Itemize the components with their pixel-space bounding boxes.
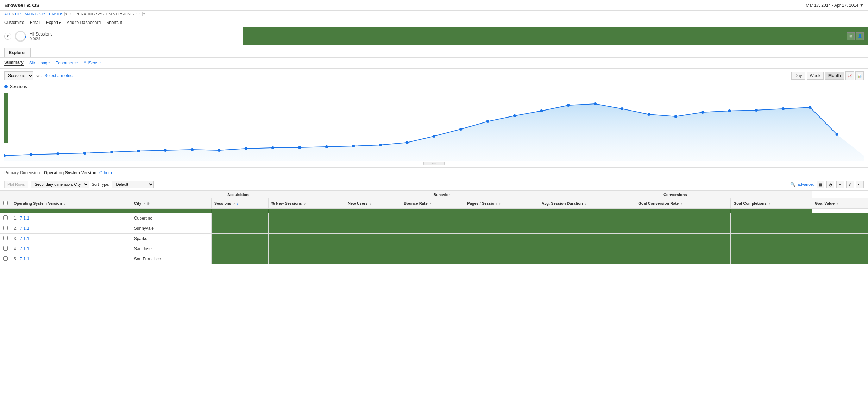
page-title: Browser & OS (4, 2, 40, 8)
row-checkbox-cell[interactable] (0, 234, 11, 244)
breadcrumb-sep2: » (69, 12, 71, 16)
row-checkbox[interactable] (3, 236, 8, 240)
row-checkbox-cell[interactable] (0, 244, 11, 254)
metric-dropdown[interactable]: Sessions (4, 71, 33, 80)
new-users-col-header[interactable]: New Users ? (345, 198, 401, 209)
svg-point-33 (836, 133, 838, 136)
tab-summary[interactable]: Summary (4, 60, 24, 66)
breadcrumb-os[interactable]: OPERATING SYSTEM: IOS (15, 12, 63, 16)
select-all-checkbox[interactable] (3, 201, 8, 205)
customize-button[interactable]: Customize (4, 20, 24, 25)
row-checkbox-cell[interactable] (0, 223, 11, 234)
segment-pct: 0.00% (30, 37, 52, 41)
segment-label: All Sessions (30, 32, 52, 37)
shortcut-button[interactable]: Shortcut (106, 20, 122, 25)
email-button[interactable]: Email (30, 20, 40, 25)
version-link[interactable]: 7.1.1 (20, 236, 29, 241)
svg-point-25 (621, 107, 623, 110)
person-icon[interactable]: 👤 (856, 32, 864, 40)
table-row: 1. 7.1.1 Cupertino (0, 213, 868, 223)
svg-point-28 (701, 111, 704, 114)
week-button[interactable]: Week (807, 72, 824, 80)
svg-point-6 (110, 151, 113, 153)
month-button[interactable]: Month (825, 72, 844, 80)
sessions-chart: Mar 22 Mar 29 Apr 5 Apr 12 (4, 90, 864, 161)
city-cell: Cupertino (131, 213, 211, 223)
line-chart-button[interactable]: 📈 (845, 71, 854, 80)
select-metric-link[interactable]: Select a metric (44, 73, 72, 78)
version-link[interactable]: 7.1.1 (20, 257, 29, 261)
bar-chart-button[interactable]: 📊 (855, 71, 864, 80)
pages-session-col-header[interactable]: Pages / Session ? (464, 198, 539, 209)
goal-completions-col-header[interactable]: Goal Completions ? (730, 198, 812, 209)
svg-point-30 (755, 109, 758, 112)
grid-view-icon[interactable]: ⊞ (847, 32, 855, 40)
breadcrumb-version: OPERATING SYSTEM VERSION: 7.1.1 (73, 12, 141, 16)
os-version-cell: 2. 7.1.1 (11, 223, 131, 234)
pct-new-sessions-cell (268, 244, 345, 254)
os-version-col-header[interactable]: Operating System Version ? (11, 198, 131, 209)
secondary-dimension-dropdown[interactable]: Secondary dimension: City Browser Countr… (31, 181, 89, 188)
tab-ecommerce[interactable]: Ecommerce (55, 61, 78, 65)
row-checkbox[interactable] (3, 226, 8, 230)
breadcrumb-all[interactable]: ALL (4, 12, 11, 16)
sessions-cell (211, 223, 268, 234)
row-checkbox[interactable] (3, 215, 8, 220)
row-checkbox-cell[interactable] (0, 213, 11, 223)
avg-session-cell (539, 244, 635, 254)
row-checkbox[interactable] (3, 256, 8, 261)
breadcrumb-version-edit[interactable]: ▾ (142, 12, 146, 16)
avg-session-col-header[interactable]: Avg. Session Duration ? (539, 198, 635, 209)
version-link[interactable]: 7.1.1 (20, 246, 29, 251)
legend-dot (4, 85, 8, 88)
day-button[interactable]: Day (791, 72, 805, 80)
row-checkbox-cell[interactable] (0, 254, 11, 264)
version-link[interactable]: 7.1.1 (20, 216, 29, 221)
compare-button[interactable]: ⇄ (846, 181, 854, 188)
svg-point-9 (191, 148, 194, 151)
tab-adsense[interactable]: AdSense (83, 61, 101, 65)
chart-legend: Sessions (4, 84, 864, 89)
version-link[interactable]: 7.1.1 (20, 226, 29, 231)
sort-type-label: Sort Type: (92, 182, 109, 187)
chart-area: Sessions (0, 83, 868, 167)
search-icon[interactable]: 🔍 (790, 182, 795, 187)
goal-value-cell (812, 213, 868, 223)
city-col-header[interactable]: City ? ⚙ (131, 198, 211, 209)
pct-new-sessions-col-header[interactable]: % New Sessions ? (268, 198, 345, 209)
export-button[interactable]: Export ▾ (46, 20, 61, 25)
time-controls: Day Week Month 📈 📊 (791, 71, 864, 80)
goal-conversion-col-header[interactable]: Goal Conversion Rate ? (635, 198, 731, 209)
goal-conversion-cell (635, 223, 731, 234)
breadcrumb-os-edit[interactable]: ▾ (64, 12, 68, 16)
more-options-button[interactable]: ⋯ (856, 181, 864, 188)
sort-type-dropdown[interactable]: Default Weighted Absolute Change (112, 181, 154, 188)
bounce-rate-cell (401, 234, 464, 244)
row-num: 1. (14, 216, 17, 221)
chart-scroll-handle[interactable]: ⟺ (4, 162, 864, 165)
pie-chart-button[interactable]: ◔ (826, 181, 834, 188)
sessions-col-header[interactable]: Sessions ? ↓ (211, 198, 268, 209)
table-row: 3. 7.1.1 Sparks (0, 234, 868, 244)
goal-value-col-header[interactable]: Goal Value ? (812, 198, 868, 209)
goal-completions-cell (730, 234, 812, 244)
city-cell: Sunnyvale (131, 223, 211, 234)
other-dropdown[interactable]: Other ▾ (99, 170, 112, 175)
date-range[interactable]: Mar 17, 2014 - Apr 17, 2014 ▼ (806, 3, 864, 8)
search-input[interactable] (732, 181, 788, 188)
table-row: 5. 7.1.1 San Francisco (0, 254, 868, 264)
segment-dropdown[interactable]: ▼ All Sessions 0.00% (4, 30, 52, 43)
list-view-button[interactable]: ≡ (836, 181, 844, 188)
advanced-link[interactable]: advanced (798, 182, 814, 187)
table-grid-button[interactable]: ▦ (817, 181, 824, 188)
goal-value-cell (812, 223, 868, 234)
city-cell: San Jose (131, 244, 211, 254)
select-all-checkbox-header[interactable] (0, 198, 11, 209)
bounce-rate-cell (401, 254, 464, 264)
row-checkbox[interactable] (3, 246, 8, 251)
tab-site-usage[interactable]: Site Usage (29, 61, 50, 65)
add-to-dashboard-button[interactable]: Add to Dashboard (67, 20, 101, 25)
explorer-tab[interactable]: Explorer (4, 48, 31, 57)
bounce-rate-col-header[interactable]: Bounce Rate ? (401, 198, 464, 209)
segment-chevron-down[interactable]: ▼ (4, 33, 11, 40)
